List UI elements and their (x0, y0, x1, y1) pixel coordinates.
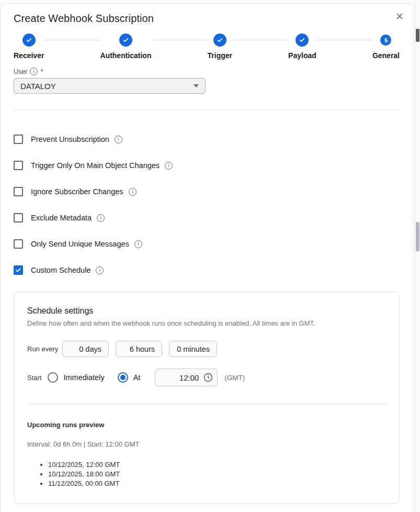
time-value: 12:00 (179, 373, 199, 382)
dialog-title: Create Webhook Subscription (14, 13, 401, 25)
step-connector (316, 40, 372, 40)
checkbox-label: Ignore Subscriber Changes (31, 187, 123, 196)
page-scrollbar[interactable] (415, 0, 420, 512)
checkbox-row-custom-schedule[interactable]: Custom Schedule (14, 265, 400, 275)
gmt-note: (GMT) (224, 374, 245, 382)
user-field-section: User * DATALOY (14, 68, 400, 94)
radio-immediately-label: Immediately (63, 373, 104, 382)
checkbox-row-exclude-metadata[interactable]: Exclude Metadata (14, 213, 400, 222)
checkbox-label: Custom Schedule (31, 266, 90, 274)
run-every-label: Run every (27, 345, 62, 353)
start-row: Start Immediately At 12:00 (GMT) (27, 369, 386, 386)
minutes-input[interactable]: 0 minutes (169, 341, 217, 357)
upcoming-run-item: 10/12/2025, 12:00 GMT (48, 460, 386, 470)
step-completed-check-icon (22, 34, 36, 47)
step-label: Authentication (100, 51, 151, 60)
upcoming-run-item: 11/12/2025, 00:00 GMT (48, 479, 386, 488)
radio-at-label: At (133, 373, 141, 382)
interval-summary: Interval: 0d 6h 0m | Start: 12:00 GMT (27, 440, 386, 448)
checkbox-row-prevent-unsubscription[interactable]: Prevent Unsubscription (14, 135, 400, 144)
hours-input[interactable]: 6 hours (116, 341, 162, 357)
schedule-settings-card: Schedule settings Define how often and w… (14, 292, 400, 504)
step-completed-check-icon (296, 34, 309, 47)
info-icon[interactable] (129, 188, 137, 196)
scrollbar-thumb-top[interactable] (416, 29, 419, 42)
user-field-label-row: User * (14, 68, 400, 75)
step-label: Receiver (14, 51, 44, 60)
close-icon[interactable]: ✕ (395, 12, 404, 21)
checkbox-label: Only Send Unique Messages (31, 240, 129, 248)
schedule-settings-description: Define how often and when the webhook ru… (27, 319, 386, 327)
chevron-down-icon (194, 84, 199, 87)
step-connector (44, 40, 100, 40)
step-receiver[interactable]: Receiver (14, 34, 44, 60)
stepper: Receiver Authentication Trigger Payload … (14, 34, 400, 60)
step-general-active[interactable]: 5 General (372, 34, 400, 60)
checkbox-label: Prevent Unsubscription (31, 135, 109, 143)
step-authentication[interactable]: Authentication (100, 34, 151, 60)
checkbox-label: Exclude Metadata (31, 214, 92, 222)
days-input[interactable]: 0 days (62, 341, 109, 357)
scrollbar-thumb[interactable] (416, 222, 419, 251)
step-connector (232, 40, 288, 40)
schedule-settings-title: Schedule settings (27, 306, 386, 316)
dialog-header: Create Webhook Subscription ✕ (1, 4, 413, 25)
checkbox-unchecked[interactable] (14, 213, 23, 222)
create-webhook-dialog: Create Webhook Subscription ✕ Receiver A… (0, 3, 414, 512)
step-label: General (372, 51, 400, 60)
info-icon[interactable] (96, 266, 104, 274)
checkbox-label: Trigger Only On Main Object Changes (31, 161, 160, 170)
checkbox-unchecked[interactable] (14, 187, 23, 196)
step-label: Trigger (208, 51, 232, 60)
step-trigger[interactable]: Trigger (208, 34, 232, 60)
step-connector (151, 40, 207, 40)
step-label: Payload (288, 51, 316, 60)
run-every-row: Run every 0 days 6 hours 0 minutes (27, 341, 386, 357)
start-label: Start (27, 374, 41, 382)
checkbox-unchecked[interactable] (14, 135, 23, 144)
checkbox-unchecked[interactable] (14, 161, 23, 170)
info-icon[interactable] (134, 240, 142, 248)
checkbox-row-only-send-unique-messages[interactable]: Only Send Unique Messages (14, 239, 400, 249)
info-icon[interactable] (97, 214, 105, 222)
card-divider (27, 404, 386, 404)
upcoming-runs-list: 10/12/2025, 12:00 GMT 10/12/2025, 18:00 … (27, 460, 386, 488)
required-marker: * (40, 68, 43, 75)
options-checkbox-list: Prevent Unsubscription Trigger Only On M… (14, 135, 400, 275)
step-payload[interactable]: Payload (288, 34, 316, 60)
step-completed-check-icon (213, 34, 226, 47)
time-input[interactable]: 12:00 (155, 369, 218, 386)
step-completed-check-icon (119, 34, 132, 47)
info-icon[interactable] (115, 136, 122, 143)
checkbox-row-ignore-subscriber-changes[interactable]: Ignore Subscriber Changes (14, 187, 400, 196)
radio-immediately[interactable] (48, 372, 58, 383)
user-select-value: DATALOY (20, 82, 194, 91)
info-icon[interactable] (30, 68, 38, 75)
radio-at[interactable] (118, 372, 128, 383)
info-icon[interactable] (165, 162, 173, 170)
step-number-badge: 5 (380, 35, 391, 46)
section-divider (14, 109, 400, 110)
checkbox-row-trigger-only-main-object[interactable]: Trigger Only On Main Object Changes (14, 161, 400, 170)
upcoming-run-item: 10/12/2025, 18:00 GMT (48, 470, 386, 479)
checkbox-checked[interactable] (14, 265, 23, 275)
clock-icon[interactable] (203, 372, 213, 383)
upcoming-runs-preview-title: Upcoming runs preview (27, 421, 386, 429)
checkbox-unchecked[interactable] (14, 239, 23, 249)
user-field-label: User (14, 68, 27, 75)
user-select[interactable]: DATALOY (14, 78, 206, 94)
